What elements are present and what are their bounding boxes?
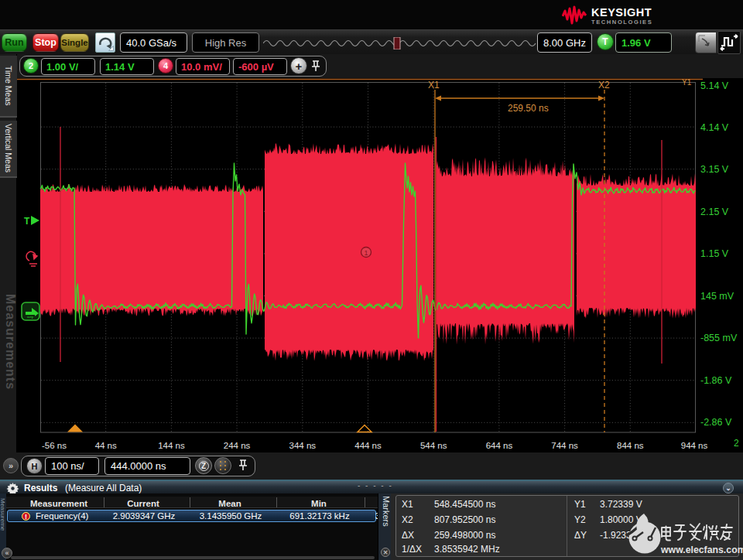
svg-text:4.14 V: 4.14 V	[700, 122, 729, 133]
svg-text:KEYSIGHT: KEYSIGHT	[591, 6, 652, 19]
svg-text:-855 mV: -855 mV	[700, 333, 738, 343]
svg-text:259.50 ns: 259.50 ns	[508, 103, 549, 114]
svg-text:1.15 V: 1.15 V	[700, 248, 729, 259]
svg-text:2.15 V: 2.15 V	[700, 207, 729, 217]
svg-text:X1: X1	[428, 80, 440, 90]
svg-text:-2.86 V: -2.86 V	[700, 417, 732, 428]
svg-text:auto: auto	[27, 315, 34, 319]
svg-text:5.14 V: 5.14 V	[700, 80, 729, 91]
svg-text:544 ns: 544 ns	[420, 441, 447, 450]
svg-text:144 ns: 144 ns	[158, 441, 185, 450]
svg-text:-56 ns: -56 ns	[42, 441, 67, 450]
svg-text:344 ns: 344 ns	[289, 441, 317, 450]
svg-text:244 ns: 244 ns	[224, 441, 251, 450]
svg-text:1: 1	[364, 249, 368, 257]
svg-text:X2: X2	[598, 80, 610, 90]
svg-text:www.elecfans.com: www.elecfans.com	[660, 545, 743, 555]
svg-text:Y1: Y1	[682, 78, 692, 87]
svg-text:-1.86 V: -1.86 V	[700, 375, 732, 386]
svg-text:744 ns: 744 ns	[551, 441, 578, 450]
svg-text:2: 2	[734, 438, 739, 449]
svg-text:644 ns: 644 ns	[486, 441, 513, 450]
svg-text:T: T	[24, 216, 30, 227]
svg-text:3.15 V: 3.15 V	[700, 164, 729, 175]
svg-text:TECHNOLOGIES: TECHNOLOGIES	[591, 19, 652, 26]
svg-text:444 ns: 444 ns	[354, 441, 382, 450]
svg-text:844 ns: 844 ns	[617, 441, 644, 450]
svg-text:145 mV: 145 mV	[700, 291, 734, 302]
svg-text:44 ns: 44 ns	[95, 441, 117, 450]
svg-text:944 ns: 944 ns	[681, 441, 708, 450]
